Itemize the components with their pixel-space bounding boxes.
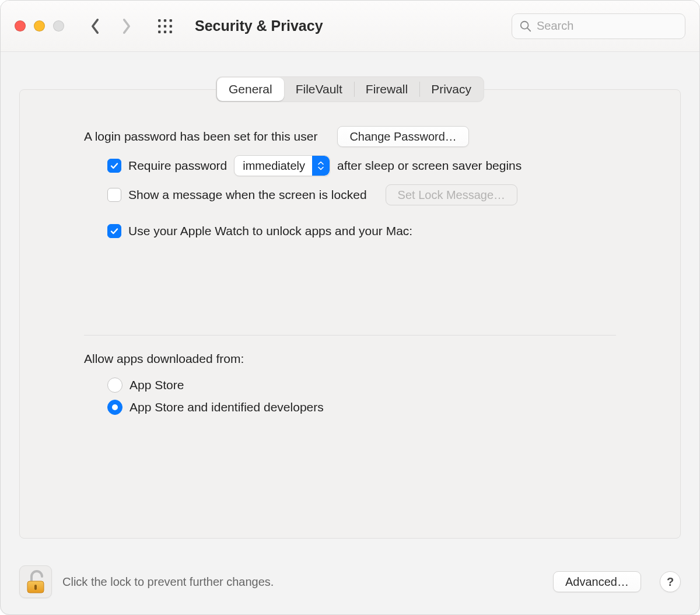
close-window-button[interactable] bbox=[15, 20, 26, 32]
radio-button[interactable] bbox=[107, 378, 123, 393]
popup-stepper-icon bbox=[312, 156, 330, 176]
show-lock-message-label: Show a message when the screen is locked bbox=[128, 188, 367, 202]
radio-button[interactable] bbox=[107, 400, 123, 415]
tab-label: FileVault bbox=[296, 82, 342, 96]
minimize-window-button[interactable] bbox=[34, 20, 45, 32]
require-password-label-pre: Require password bbox=[128, 159, 227, 173]
change-password-button[interactable]: Change Password… bbox=[337, 126, 468, 147]
gatekeeper-option-app-store[interactable]: App Store bbox=[107, 374, 616, 396]
tab-privacy[interactable]: Privacy bbox=[419, 78, 483, 101]
lock-help-text: Click the lock to prevent further change… bbox=[62, 575, 274, 589]
radio-label: App Store bbox=[130, 378, 184, 392]
show-all-prefs-button[interactable] bbox=[158, 19, 173, 34]
require-password-row: Require password immediately after sleep… bbox=[107, 153, 616, 179]
svg-rect-3 bbox=[158, 25, 160, 27]
chevron-up-icon bbox=[318, 161, 324, 165]
svg-rect-7 bbox=[164, 30, 166, 33]
svg-line-10 bbox=[527, 27, 530, 30]
forward-button bbox=[121, 18, 132, 34]
preferences-window: Security & Privacy General FileVault Fir… bbox=[0, 0, 700, 615]
lock-toggle-button[interactable] bbox=[19, 565, 52, 598]
advanced-button[interactable]: Advanced… bbox=[553, 571, 641, 592]
apple-watch-row: Use your Apple Watch to unlock apps and … bbox=[107, 218, 616, 244]
grid-icon bbox=[158, 19, 173, 34]
svg-rect-8 bbox=[170, 30, 172, 33]
svg-rect-6 bbox=[158, 30, 160, 33]
require-password-checkbox[interactable] bbox=[107, 159, 121, 173]
search-icon bbox=[519, 20, 532, 33]
zoom-window-button bbox=[53, 20, 64, 32]
tab-label: Firewall bbox=[366, 82, 408, 96]
general-panel: A login password has been set for this u… bbox=[19, 89, 681, 539]
chevron-right-icon bbox=[121, 18, 132, 34]
nav-arrows bbox=[90, 18, 132, 34]
tab-firewall[interactable]: Firewall bbox=[354, 78, 419, 101]
require-password-label-post: after sleep or screen saver begins bbox=[337, 159, 522, 173]
svg-rect-0 bbox=[158, 19, 160, 22]
tab-bar: General FileVault Firewall Privacy bbox=[216, 76, 484, 102]
show-lock-message-checkbox[interactable] bbox=[107, 188, 121, 202]
svg-rect-12 bbox=[34, 585, 37, 590]
popup-value: immediately bbox=[235, 156, 312, 176]
unlocked-lock-icon bbox=[26, 569, 46, 594]
tab-label: Privacy bbox=[431, 82, 471, 96]
svg-rect-1 bbox=[164, 19, 166, 22]
apple-watch-label: Use your Apple Watch to unlock apps and … bbox=[128, 224, 412, 238]
chevron-left-icon bbox=[90, 18, 100, 34]
tab-filevault[interactable]: FileVault bbox=[284, 78, 354, 101]
back-button[interactable] bbox=[90, 18, 100, 34]
svg-rect-4 bbox=[164, 25, 166, 27]
help-button[interactable]: ? bbox=[660, 571, 681, 592]
titlebar: Security & Privacy bbox=[1, 1, 699, 52]
section-divider bbox=[84, 335, 616, 336]
traffic-lights bbox=[15, 20, 64, 32]
tab-general[interactable]: General bbox=[217, 78, 284, 101]
tab-label: General bbox=[229, 82, 272, 96]
checkmark-icon bbox=[110, 161, 119, 170]
login-password-text: A login password has been set for this u… bbox=[84, 130, 317, 144]
bottom-bar: Click the lock to prevent further change… bbox=[19, 565, 681, 598]
checkmark-icon bbox=[110, 226, 119, 236]
chevron-down-icon bbox=[318, 166, 324, 170]
require-password-delay-popup[interactable]: immediately bbox=[234, 155, 330, 176]
show-lock-message-row: Show a message when the screen is locked… bbox=[107, 182, 616, 208]
login-password-row: A login password has been set for this u… bbox=[84, 124, 616, 149]
svg-rect-2 bbox=[170, 19, 172, 22]
gatekeeper-option-identified-developers[interactable]: App Store and identified developers bbox=[107, 396, 616, 418]
apple-watch-unlock-checkbox[interactable] bbox=[107, 224, 121, 238]
set-lock-message-button: Set Lock Message… bbox=[386, 184, 518, 205]
search-field[interactable] bbox=[512, 13, 685, 39]
svg-rect-5 bbox=[170, 25, 172, 27]
content-area: General FileVault Firewall Privacy A log… bbox=[1, 52, 699, 614]
search-input[interactable] bbox=[537, 19, 678, 33]
gatekeeper-heading: Allow apps downloaded from: bbox=[84, 352, 616, 366]
window-title: Security & Privacy bbox=[195, 18, 323, 34]
radio-label: App Store and identified developers bbox=[130, 400, 324, 414]
